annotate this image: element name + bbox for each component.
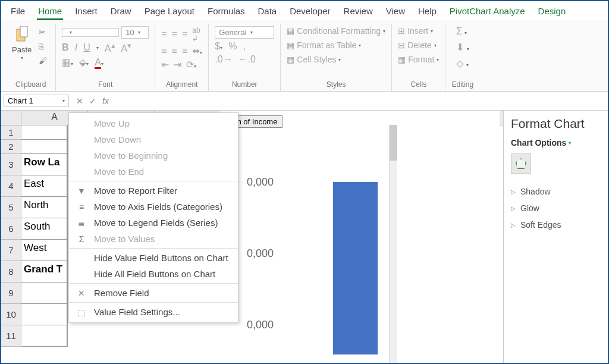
align-middle-button[interactable]: ≡ — [172, 29, 177, 40]
autosum-button[interactable]: Σ ▾ — [456, 26, 467, 37]
borders-button[interactable]: ▦▾ — [62, 57, 73, 68]
tab-formulas[interactable]: Formulas — [206, 4, 246, 20]
formula-bar: Chart 1▾ ✕ ✓ fx — [1, 92, 608, 111]
ctx-value-field-settings[interactable]: ⬚Value Field Settings... — [69, 304, 238, 320]
number-format-selector[interactable]: General▾ — [215, 26, 274, 39]
ribbon-group-alignment: ≡ ≡ ≡ ab↲ ≡ ≡ ≡ ⬌▾ ⇤ ⇥ ⟳▾ Alignment — [155, 24, 209, 91]
copy-button[interactable]: ⎘ — [36, 40, 49, 52]
paste-button[interactable]: Paste▾ — [12, 26, 32, 61]
wrap-text-button[interactable]: ab↲ — [192, 26, 200, 43]
shadow-section[interactable]: ▷Shadow — [511, 183, 601, 200]
group-label-alignment: Alignment — [166, 78, 197, 91]
font-name-selector[interactable]: ▾ — [62, 28, 119, 37]
tab-home[interactable]: Home — [37, 4, 63, 20]
cell[interactable]: North — [21, 197, 68, 218]
soft-edges-section[interactable]: ▷Soft Edges — [511, 216, 601, 233]
row-header[interactable]: 1 — [1, 125, 21, 140]
ctx-remove-field[interactable]: ✕Remove Field — [69, 285, 238, 301]
percent-button[interactable]: % — [228, 41, 237, 52]
settings-icon: ⬚ — [76, 307, 87, 317]
format-painter-button[interactable]: 🖌 — [36, 55, 49, 67]
select-all-corner[interactable] — [1, 111, 21, 125]
decrease-font-button[interactable]: A▾ — [121, 41, 132, 54]
font-size-selector[interactable]: 10▾ — [121, 26, 149, 39]
ctx-hide-value-field-buttons[interactable]: Hide Value Field Buttons on Chart — [69, 250, 238, 266]
tab-data[interactable]: Data — [256, 4, 278, 20]
font-color-button[interactable]: A▾ — [95, 57, 103, 68]
conditional-formatting-button[interactable]: ▦ Conditional Formatting ▾ — [287, 26, 385, 36]
tab-design[interactable]: Design — [537, 4, 567, 20]
ctx-move-up: Move Up — [69, 115, 238, 131]
align-bottom-button[interactable]: ≡ — [182, 29, 187, 40]
ribbon-group-styles: ▦ Conditional Formatting ▾ ▦ Format as T… — [281, 24, 392, 91]
format-chart-pane: Format Chart Chart Options ▾ ▷Shadow ▷Gl… — [503, 111, 608, 364]
row-header[interactable]: 2 — [1, 140, 21, 154]
tab-developer[interactable]: Developer — [288, 4, 331, 20]
ctx-move-legend-fields[interactable]: ≣Move to Legend Fields (Series) — [69, 215, 238, 231]
increase-indent-button[interactable]: ⇥ — [174, 59, 181, 70]
row-header[interactable]: 4 — [1, 175, 21, 197]
worksheet[interactable]: A B C D E F G 1 2 3Row La 4East 5North 6… — [1, 111, 503, 364]
row-header[interactable]: 10 — [1, 304, 21, 325]
row-header[interactable]: 7 — [1, 240, 21, 261]
pivot-chart[interactable]: Sum of Income 0,000 0,000 0,000 — [220, 111, 500, 360]
comma-button[interactable]: , — [243, 41, 245, 52]
tab-file[interactable]: File — [10, 4, 26, 20]
tab-insert[interactable]: Insert — [74, 4, 99, 20]
tab-help[interactable]: Help — [417, 4, 438, 20]
cell[interactable]: East — [21, 175, 68, 197]
italic-button[interactable]: I — [75, 42, 77, 53]
merge-button[interactable]: ⬌▾ — [192, 45, 202, 57]
align-left-button[interactable]: ≡ — [161, 46, 167, 57]
cell[interactable]: Grand T — [21, 261, 68, 283]
row-header[interactable]: 8 — [1, 261, 21, 283]
decrease-decimal-button[interactable]: ←.0 — [238, 54, 256, 65]
clear-button[interactable]: ◇ ▾ — [456, 58, 468, 69]
row-header[interactable]: 9 — [1, 283, 21, 304]
fill-color-button[interactable]: ⬙▾ — [79, 57, 89, 68]
chart-options-dropdown[interactable]: Chart Options ▾ — [511, 138, 601, 148]
group-label-editing: Editing — [451, 78, 473, 91]
align-center-button[interactable]: ≡ — [172, 46, 177, 57]
ctx-hide-all-field-buttons[interactable]: Hide All Field Buttons on Chart — [69, 266, 238, 282]
insert-cells-button[interactable]: ⊞ Insert ▾ — [398, 26, 433, 36]
row-header[interactable]: 3 — [1, 154, 21, 175]
underline-button[interactable]: U — [83, 42, 90, 53]
tab-page-layout[interactable]: Page Layout — [143, 4, 196, 20]
tab-review[interactable]: Review — [343, 4, 374, 20]
fill-button[interactable]: ⬇ ▾ — [456, 42, 469, 53]
row-header[interactable]: 11 — [1, 325, 21, 347]
decrease-indent-button[interactable]: ⇤ — [161, 59, 169, 70]
name-box[interactable]: Chart 1▾ — [4, 95, 69, 107]
orientation-button[interactable]: ⟳▾ — [186, 59, 196, 70]
cancel-formula-icon[interactable]: ✕ — [76, 96, 83, 106]
cell-styles-button[interactable]: ▦ Cell Styles ▾ — [287, 55, 341, 64]
vertical-scrollbar[interactable] — [389, 125, 397, 363]
increase-decimal-button[interactable]: .0→ — [215, 54, 232, 65]
fx-icon[interactable]: fx — [102, 96, 109, 106]
row-header[interactable]: 5 — [1, 197, 21, 218]
context-menu: Move Up Move Down Move to Beginning Move… — [68, 112, 238, 323]
glow-section[interactable]: ▷Glow — [511, 200, 601, 216]
ctx-move-report-filter[interactable]: ▼Move to Report Filter — [69, 183, 238, 199]
format-cells-button[interactable]: ▦ Format ▾ — [398, 55, 439, 64]
cell[interactable]: Row La — [21, 154, 68, 175]
format-as-table-button[interactable]: ▦ Format as Table ▾ — [287, 40, 361, 50]
align-right-button[interactable]: ≡ — [182, 46, 187, 57]
tab-view[interactable]: View — [385, 4, 406, 20]
cell[interactable]: South — [21, 218, 68, 240]
increase-font-button[interactable]: A▴ — [105, 41, 115, 54]
delete-cells-button[interactable]: ⊟ Delete ▾ — [398, 40, 436, 50]
cut-button[interactable]: ✂ — [36, 26, 49, 38]
tab-pivotchart-analyze[interactable]: PivotChart Analyze — [448, 4, 526, 20]
tab-draw[interactable]: Draw — [109, 4, 133, 20]
menu-bar: File Home Insert Draw Page Layout Formul… — [1, 1, 608, 20]
bold-button[interactable]: B — [62, 42, 69, 53]
cell[interactable]: West — [21, 240, 68, 261]
row-header[interactable]: 6 — [1, 218, 21, 240]
align-top-button[interactable]: ≡ — [161, 29, 167, 40]
effects-tab-icon[interactable] — [511, 153, 531, 174]
accounting-format-button[interactable]: $▾ — [215, 41, 222, 52]
ctx-move-axis-fields[interactable]: ≡Move to Axis Fields (Categories) — [69, 199, 238, 215]
enter-formula-icon[interactable]: ✓ — [89, 96, 96, 106]
